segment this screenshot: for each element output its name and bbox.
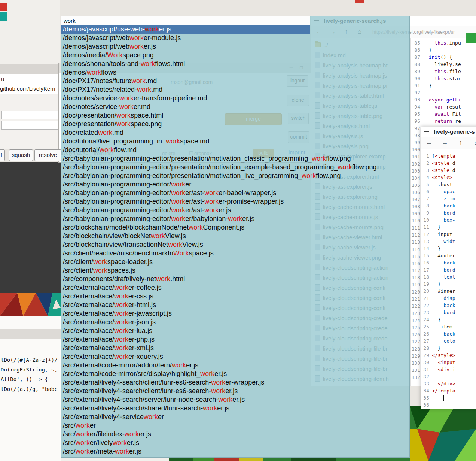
code-line[interactable]: 7 z-in: [421, 195, 476, 202]
back-button[interactable]: ←: [425, 139, 434, 146]
code-line[interactable]: 19 }: [421, 280, 476, 288]
search-input[interactable]: [61, 16, 310, 25]
code-line[interactable]: 8 back: [421, 202, 476, 209]
code-line[interactable]: 25 .item.: [421, 323, 476, 330]
code-line[interactable]: 11 }: [421, 224, 476, 231]
search-result-item[interactable]: /src/babylonian-programming-editor/prese…: [61, 154, 410, 163]
search-result-item[interactable]: /src/client/reactive/misc/benchmarkInWor…: [61, 249, 410, 258]
forward-button[interactable]: →: [440, 139, 449, 146]
code-line[interactable]: 94 var resul: [411, 103, 476, 110]
code-line[interactable]: 87 init() {: [411, 54, 476, 61]
search-result-item[interactable]: /src/client/workspaces.js: [61, 266, 410, 275]
search-result-item[interactable]: /src/external/ace/worker-xquery.js: [61, 352, 410, 361]
search-result-item[interactable]: /doc/PX17/notes/related-work.md: [61, 85, 410, 94]
code-line[interactable]: 91 }: [411, 82, 476, 89]
search-result-item[interactable]: /doc/relatedwork.md: [61, 128, 410, 137]
code-line[interactable]: 12 input: [421, 231, 476, 238]
squash-button[interactable]: squash: [9, 149, 33, 161]
search-result-item[interactable]: /demos/javascript/webworker-module.js: [61, 34, 410, 42]
code-line[interactable]: 4<style>: [421, 174, 476, 181]
code-line[interactable]: 95 await Fil: [411, 110, 476, 118]
code-line[interactable]: 14 }: [421, 245, 476, 252]
code-line[interactable]: 16 back: [421, 259, 476, 266]
up-button[interactable]: ↑: [456, 139, 465, 146]
search-result-item[interactable]: /doc/presentation/workspace.png: [61, 120, 410, 128]
search-result-item[interactable]: /demos/shonan/tools-and-workflows.html: [61, 60, 410, 68]
search-result-item[interactable]: /demos/media/Workspace.png: [61, 51, 410, 60]
code-line[interactable]: 3<style d: [421, 167, 476, 174]
search-result-item[interactable]: /src/external/ace/worker-xml.js: [61, 344, 410, 352]
search-result-item[interactable]: /src/external/ace/worker-coffee.js: [61, 283, 410, 292]
search-result-item[interactable]: /src/external/lively4-search/client/lunr…: [61, 378, 410, 387]
code-line[interactable]: 22 back: [421, 302, 476, 309]
search-result-item[interactable]: /doc/PX17/notes/futurework.md: [61, 77, 410, 85]
search-result-item[interactable]: /src/babylonian-programming-editor/worke…: [61, 206, 410, 215]
code-line[interactable]: 33 </div>: [421, 380, 476, 387]
search-result-item[interactable]: /src/external/lively4-search/client/lunr…: [61, 387, 410, 395]
code-line[interactable]: 92: [411, 89, 476, 96]
code-line[interactable]: 32: [421, 373, 476, 380]
search-result-item[interactable]: /doc/tutorial/workflow.md: [61, 146, 410, 154]
search-result-item[interactable]: /src/external/ace/worker-javascript.js: [61, 309, 410, 318]
search-result-item[interactable]: /src/worker/meta-worker.js: [61, 447, 410, 456]
search-result-item[interactable]: /src/external/ace/worker-php.js: [61, 335, 410, 344]
menu-icon[interactable]: [424, 130, 430, 134]
search-result-item[interactable]: /demos/javascript/use-web-worker.js: [61, 25, 410, 34]
search-result-item[interactable]: /doc/tutorial/live_programming_in_worksp…: [61, 137, 410, 146]
search-result-item[interactable]: /src/babylonian-programming-editor/worke…: [61, 197, 410, 206]
code-line[interactable]: 6 opac: [421, 188, 476, 195]
code-line[interactable]: 35: [421, 394, 476, 401]
search-result-item[interactable]: /src/babylonian-programming-editor/prese…: [61, 172, 410, 180]
code-line[interactable]: 34</templa: [421, 387, 476, 394]
search-result-item[interactable]: /src/worker/fileindex-worker.js: [61, 430, 410, 439]
search-result-item[interactable]: /doc/notes/service-worker.md: [61, 103, 410, 111]
search-result-item[interactable]: /src/babylonian-programming-editor/prese…: [61, 163, 410, 172]
code-line[interactable]: 23 bord: [421, 309, 476, 316]
home-button[interactable]: ⌂: [472, 139, 476, 146]
search-result-item[interactable]: /src/babylonian-programming-editor/worke…: [61, 180, 410, 189]
code-line[interactable]: 90 this.star: [411, 75, 476, 82]
code-line[interactable]: 86 }: [411, 46, 476, 54]
left-input-field-2[interactable]: [1, 121, 58, 130]
search-result-item[interactable]: /src/client/workspace-loader.js: [61, 258, 410, 266]
code-line[interactable]: 24 }: [421, 316, 476, 323]
search-result-item[interactable]: /src/external/lively4-search/shared/lunr…: [61, 404, 410, 413]
code-line[interactable]: 31 <div i: [421, 366, 476, 373]
code-line[interactable]: 21 disp: [421, 295, 476, 302]
search-result-item[interactable]: /src/components/draft/lively-network.htm…: [61, 275, 410, 283]
code-line[interactable]: 26 back: [421, 330, 476, 337]
search-result-item[interactable]: /src/external/code-mirror/src/display/hi…: [61, 370, 410, 378]
code-line[interactable]: 89 this.file: [411, 68, 476, 75]
code-line[interactable]: 17 bord: [421, 266, 476, 273]
code-line[interactable]: 88 lively.se: [411, 61, 476, 68]
search-result-item[interactable]: /src/babylonian-programming-editor/worke…: [61, 189, 410, 197]
code-line[interactable]: 27 colo: [421, 337, 476, 345]
code-line[interactable]: 28 }: [421, 345, 476, 352]
code-line[interactable]: 5 :host: [421, 181, 476, 188]
search-result-item[interactable]: /src/babylonian-programming-editor/worke…: [61, 215, 410, 223]
search-result-item[interactable]: /src/external/lively4-search/server/lunr…: [61, 395, 410, 404]
code-line[interactable]: 13 widt: [421, 238, 476, 245]
search-result-item[interactable]: /src/external/ace/worker-json.js: [61, 318, 410, 327]
search-result-item[interactable]: /src/worker: [61, 421, 410, 430]
search-result-item[interactable]: /src/worker/livelyworker.js: [61, 439, 410, 447]
search-result-item[interactable]: /src/external/code-mirror/addon/tern/wor…: [61, 361, 410, 370]
search-result-item[interactable]: /demos/javascript/webworker.js: [61, 42, 410, 51]
search-result-item[interactable]: /demos/workflows: [61, 68, 410, 77]
search-result-item[interactable]: /src/external/lively4-serviceworker: [61, 413, 410, 421]
code-line[interactable]: 18 text: [421, 273, 476, 280]
left-input-field-1[interactable]: [1, 111, 58, 119]
editor-window-titlebar[interactable]: lively-generic-s: [421, 127, 476, 137]
template-editor[interactable]: 1f<templa2<style d3<style d4<style>5 :ho…: [421, 149, 476, 409]
code-line[interactable]: 29</style>: [421, 352, 476, 359]
search-result-item[interactable]: /src/blockchain/view/transactionNetworkV…: [61, 240, 410, 249]
code-line[interactable]: 10 box-: [421, 216, 476, 224]
clipped-button[interactable]: f: [0, 149, 5, 161]
search-result-item[interactable]: /src/external/ace/worker-html.js: [61, 301, 410, 309]
search-result-item[interactable]: /src/external/ace/worker-css.js: [61, 292, 410, 301]
code-line[interactable]: 20 #inner: [421, 288, 476, 295]
code-line[interactable]: 93 async getFi: [411, 96, 476, 103]
code-line[interactable]: 2<style d: [421, 160, 476, 167]
code-line[interactable]: 15 #outer: [421, 252, 476, 259]
search-result-item[interactable]: /src/blockchain/model/blockchainNode/net…: [61, 223, 410, 232]
